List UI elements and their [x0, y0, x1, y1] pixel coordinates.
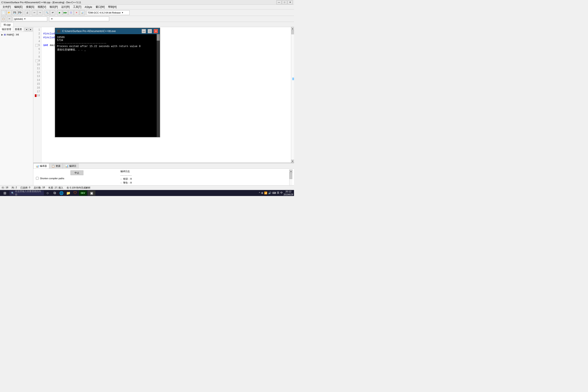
bottom-tab-compiler[interactable]: 📊 编译器 — [33, 163, 49, 168]
taskbar-keyboard-icon[interactable]: ⌨ — [272, 192, 276, 194]
stop-compilation-button[interactable]: 中止 — [70, 170, 84, 175]
tb2-btn1[interactable]: 📋 — [1, 16, 6, 22]
line-num-8: 8 — [33, 55, 40, 59]
toolbar-secondary: 📋 ✂ (globals) ▼ ▼ — [0, 16, 294, 22]
debug-button[interactable]: ⬡ — [68, 10, 74, 15]
sidebar-tab-classes[interactable]: 查看类 — [13, 27, 24, 32]
parse-text: 在 0.109 秒内完成解析 — [66, 186, 90, 189]
menu-item-w[interactable]: 窗口[W] — [94, 5, 106, 9]
error-marker-18 — [35, 94, 36, 97]
redo-button[interactable]: ↪ — [38, 10, 42, 15]
separator — [86, 10, 86, 15]
line-num-4: 4 — [33, 40, 40, 44]
console-close-button[interactable]: ✕ — [154, 29, 158, 33]
console-scrollbar[interactable] — [157, 34, 160, 137]
taskbar-lang-icon[interactable]: 英 — [277, 191, 280, 195]
menu-item-t[interactable]: 工具[T] — [71, 5, 83, 9]
sidebar-nav: ◄ ► — [24, 27, 33, 32]
nav-next-button[interactable]: ► — [29, 28, 33, 31]
row-label: 行: — [2, 186, 5, 189]
bottom-tab-log[interactable]: 📊 编译日 — [63, 163, 79, 168]
bottom-tab-resources[interactable]: 📋 资源 — [49, 163, 63, 168]
globals-dropdown[interactable]: (globals) ▼ — [13, 16, 47, 21]
file-tab-ttt[interactable]: ttt.cpp — [1, 22, 14, 27]
compile-button[interactable]: ▶ — [57, 10, 62, 15]
new-button[interactable]: 📄 — [1, 10, 6, 15]
shorten-paths-row: Shorten compiler paths — [35, 176, 119, 180]
console-maximize-button[interactable]: □ — [148, 29, 152, 33]
replace-button[interactable]: ⇄ — [50, 10, 55, 15]
taskbar-expand-icon[interactable]: ^ — [259, 192, 260, 194]
taskbar-icon-shield[interactable]: 🛡 — [72, 190, 78, 196]
compiler-dropdown[interactable]: TDM-GCC 4.9.2 64-bit Release ▼ — [86, 10, 130, 15]
taskbar-network-icon[interactable]: 📶 — [264, 192, 267, 194]
bottom-scroll-thumb[interactable] — [290, 172, 292, 179]
shorten-paths-checkbox[interactable] — [36, 177, 39, 180]
console-minimize-button[interactable]: — — [142, 29, 146, 33]
editor-scrollbar[interactable]: ▲ ▼ — [291, 27, 294, 163]
print-button[interactable]: 🖨 — [25, 10, 30, 15]
save-button[interactable]: 💾 — [12, 10, 17, 15]
taskbar-icon-grid[interactable]: ▣ — [88, 190, 96, 196]
taskbar-icon-dev[interactable]: DEV — [79, 190, 87, 196]
scroll-up-arrow[interactable]: ▲ — [291, 27, 294, 30]
menu-item-v[interactable]: 视图[V] — [36, 5, 48, 9]
status-row: 行: 18 — [2, 186, 8, 189]
open-button[interactable]: 📂 — [6, 10, 12, 15]
scroll-thumb[interactable] — [291, 30, 294, 34]
console-scrollthumb[interactable] — [157, 34, 160, 40]
search-box[interactable]: 🔍 在这里输入你要搜索的内容 — [10, 191, 44, 195]
nav-prev-button[interactable]: ◄ — [24, 28, 28, 31]
minimize-button[interactable]: — — [276, 0, 282, 4]
find-button[interactable]: 🔍 — [44, 10, 50, 15]
menu-item-f[interactable]: 文件[F] — [1, 5, 12, 9]
taskbar-input-icon[interactable]: 中 — [280, 191, 283, 195]
main-content: 项目管理 查看类 ◄ ► ▶ ⊞ main() : int 1 2 3 — [0, 27, 294, 196]
taskbar-connect-icon[interactable]: ⊕ — [261, 192, 263, 194]
taskbar-icon-task[interactable]: ⧉ — [52, 190, 58, 196]
search-placeholder: 在这里输入你要搜索的内容 — [15, 190, 42, 196]
menu-item-astyle[interactable]: AStyle — [83, 5, 94, 9]
resource-icon: 📋 — [52, 164, 55, 168]
menu-item-h[interactable]: 帮助[H] — [106, 5, 118, 9]
tb2-btn2[interactable]: ✂ — [7, 16, 12, 22]
menu-item-e[interactable]: 编辑[E] — [12, 5, 24, 9]
taskbar-icon-circle[interactable]: ○ — [45, 190, 51, 196]
menu-item-r[interactable]: 运行[R] — [60, 5, 71, 9]
profile-button[interactable]: 📊 — [80, 10, 85, 15]
scroll-down-arrow[interactable]: ▼ — [291, 160, 294, 163]
close-button[interactable]: ✕ — [288, 0, 293, 4]
separator — [31, 10, 31, 15]
sidebar-tree: ▶ ⊞ main() : int — [0, 32, 33, 38]
chevron-down-icon: ▼ — [122, 12, 123, 14]
save-all-button[interactable]: 💾+ — [18, 10, 23, 15]
maximize-button[interactable]: □ — [282, 0, 287, 4]
console-line-3: -------------------------------- — [57, 42, 158, 45]
collapse-marker-9[interactable]: − — [36, 60, 38, 62]
taskbar-icon-files[interactable]: 📁 — [65, 190, 71, 196]
function-dropdown[interactable]: ▼ — [49, 16, 109, 21]
undo-button[interactable]: ↩ — [32, 10, 37, 15]
console-window: ⬛ C:\Users\Surface Pro 4\Documents\C++\t… — [55, 28, 160, 137]
title-bar: C:\Users\Surface Pro 4\Documents\C++\ttt… — [0, 0, 294, 5]
sel-value: 0 — [29, 186, 30, 189]
system-clock[interactable]: 20:12 2019/6/28 — [284, 190, 293, 196]
scroll-track[interactable] — [291, 30, 294, 160]
status-len: 长度: 27; 插入 — [48, 186, 63, 189]
separator — [44, 10, 44, 15]
tree-item-main[interactable]: ▶ ⊞ main() : int — [1, 33, 32, 36]
menu-item-s[interactable]: 搜索[S] — [24, 5, 36, 9]
bottom-scroll-up[interactable]: ▲ — [290, 170, 292, 172]
menu-item-p[interactable]: 项目[P] — [48, 5, 60, 9]
line-num-17: 17 — [33, 90, 40, 94]
window-controls: — □ ✕ — [276, 0, 293, 4]
sidebar-tab-project[interactable]: 项目管理 — [0, 27, 13, 32]
start-button[interactable]: ⊞ — [1, 190, 8, 196]
collapse-marker-5[interactable]: − — [36, 44, 38, 47]
taskbar-icon-edge[interactable]: 🌐 — [58, 190, 64, 196]
stop-button[interactable]: ✕ — [74, 10, 79, 15]
shorten-paths-label: Shorten compiler paths — [40, 177, 64, 180]
taskbar-sound-icon[interactable]: 🔊 — [268, 192, 272, 194]
run-button[interactable]: ▶▶ — [63, 10, 68, 15]
separator — [56, 10, 56, 15]
